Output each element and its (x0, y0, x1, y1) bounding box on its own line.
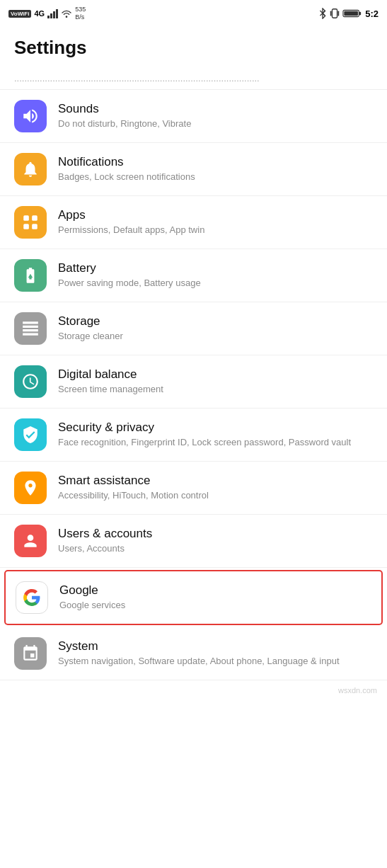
sounds-subtitle: Do not disturb, Ringtone, Vibrate (58, 118, 373, 130)
apps-title: Apps (58, 208, 373, 222)
signal-bars (47, 9, 58, 18)
storage-icon (21, 319, 40, 338)
security-text: Security & privacy Face recognition, Fin… (58, 421, 373, 449)
users-title: Users & accounts (58, 527, 373, 541)
apps-subtitle: Permissions, Default apps, App twin (58, 224, 373, 236)
security-subtitle: Face recognition, Fingerprint ID, Lock s… (58, 436, 373, 449)
google-icon-wrap (16, 581, 48, 614)
google-title: Google (59, 583, 371, 598)
status-right: 5:2 (318, 8, 379, 19)
battery-subtitle: Power saving mode, Battery usage (58, 277, 373, 290)
data-speed: 535 B/s (75, 6, 86, 21)
digital-title: Digital balance (58, 367, 373, 382)
smart-icon-wrap (14, 472, 47, 504)
settings-item-google[interactable]: Google Google services (4, 570, 383, 625)
watermark: wsxdn.com (0, 680, 387, 700)
sounds-icon-wrap (14, 100, 47, 132)
system-text: System System navigation, Software updat… (58, 639, 373, 668)
status-bar: VoWiFi 4G 535 B/s (0, 0, 387, 25)
settings-item-users[interactable]: Users & accounts Users, Accounts (0, 515, 387, 568)
settings-item-security[interactable]: Security & privacy Face recognition, Fin… (0, 409, 387, 462)
smart-icon (21, 479, 40, 497)
svg-rect-8 (23, 215, 29, 221)
wifi-icon (61, 8, 72, 18)
svg-rect-2 (333, 9, 337, 18)
notifications-icon (21, 160, 40, 178)
svg-rect-9 (32, 215, 37, 221)
battery-settings-icon (21, 266, 40, 285)
users-icon (21, 532, 40, 550)
google-text: Google Google services (59, 583, 371, 612)
digital-text: Digital balance Screen time management (58, 367, 373, 396)
sounds-icon (21, 107, 40, 125)
system-icon (21, 644, 40, 663)
users-icon-wrap (14, 525, 47, 557)
settings-item-system[interactable]: System System navigation, Software updat… (0, 627, 387, 680)
battery-title: Battery (58, 261, 373, 275)
smart-text: Smart assistance Accessibility, HiTouch,… (58, 474, 373, 502)
system-icon-wrap (14, 637, 47, 670)
battery-icon (342, 8, 362, 18)
security-icon (21, 426, 40, 444)
digital-icon (21, 372, 40, 391)
sounds-text: Sounds Do not disturb, Ringtone, Vibrate (58, 102, 373, 130)
google-icon (23, 588, 41, 607)
page-title: Settings (0, 25, 387, 67)
settings-item-notifications[interactable]: Notifications Badges, Lock screen notifi… (0, 143, 387, 196)
security-title: Security & privacy (58, 421, 373, 435)
digital-subtitle: Screen time management (58, 383, 373, 396)
settings-item-storage[interactable]: Storage Storage cleaner (0, 302, 387, 355)
system-title: System (58, 639, 373, 653)
apps-icon (21, 213, 40, 232)
storage-title: Storage (58, 314, 373, 329)
notifications-text: Notifications Badges, Lock screen notifi… (58, 155, 373, 183)
system-subtitle: System navigation, Software update, Abou… (58, 655, 373, 668)
apps-text: Apps Permissions, Default apps, App twin (58, 208, 373, 236)
storage-icon-wrap (14, 312, 47, 345)
network-type: 4G (34, 9, 45, 18)
google-subtitle: Google services (59, 599, 371, 612)
time-display: 5:2 (365, 8, 379, 19)
users-text: Users & accounts Users, Accounts (58, 527, 373, 555)
notifications-icon-wrap (14, 153, 47, 185)
users-subtitle: Users, Accounts (58, 542, 373, 555)
settings-item-apps[interactable]: Apps Permissions, Default apps, App twin (0, 196, 387, 249)
settings-list: Sounds Do not disturb, Ringtone, Vibrate… (0, 90, 387, 680)
notifications-subtitle: Badges, Lock screen notifications (58, 171, 373, 183)
vibrate-icon (330, 8, 340, 19)
vowifi-badge: VoWiFi (8, 10, 31, 18)
bluetooth-icon (318, 8, 327, 19)
apps-icon-wrap (14, 206, 47, 239)
partial-content-row: ........................................… (0, 67, 387, 90)
settings-item-battery[interactable]: Battery Power saving mode, Battery usage (0, 249, 387, 302)
battery-text: Battery Power saving mode, Battery usage (58, 261, 373, 290)
settings-item-sounds[interactable]: Sounds Do not disturb, Ringtone, Vibrate (0, 90, 387, 143)
smart-title: Smart assistance (58, 474, 373, 488)
smart-subtitle: Accessibility, HiTouch, Motion control (58, 489, 373, 502)
settings-item-smart[interactable]: Smart assistance Accessibility, HiTouch,… (0, 462, 387, 515)
notifications-title: Notifications (58, 155, 373, 169)
storage-text: Storage Storage cleaner (58, 314, 373, 343)
svg-rect-11 (32, 224, 37, 229)
battery-icon-wrap (14, 259, 47, 292)
svg-rect-10 (23, 224, 29, 229)
status-left: VoWiFi 4G 535 B/s (8, 6, 86, 21)
sounds-title: Sounds (58, 102, 373, 116)
digital-icon-wrap (14, 365, 47, 398)
svg-rect-7 (359, 12, 362, 16)
settings-item-digital[interactable]: Digital balance Screen time management (0, 355, 387, 409)
security-icon-wrap (14, 418, 47, 451)
svg-rect-6 (345, 11, 359, 16)
storage-subtitle: Storage cleaner (58, 330, 373, 343)
